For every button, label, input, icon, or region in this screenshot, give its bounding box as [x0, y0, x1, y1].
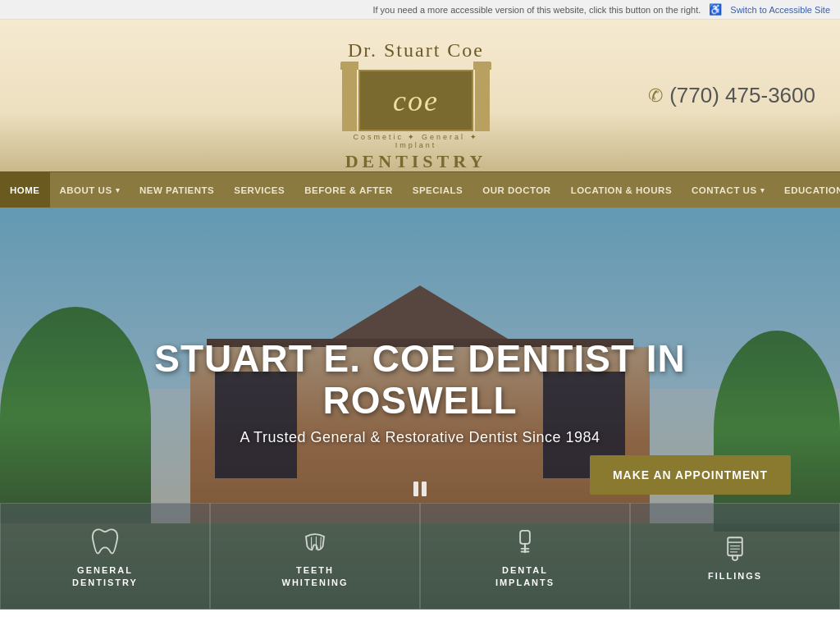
hero-subtitle: A Trusted General & Restorative Dentist … — [84, 429, 756, 446]
pause-bar-left — [413, 482, 418, 496]
service-card-general-dentistry[interactable]: GENERALDENTISTRY — [0, 503, 210, 609]
logo-columns: coe — [338, 62, 494, 131]
hero-content: STUART E. COE DENTIST IN ROSWELL A Trust… — [84, 338, 756, 446]
accessibility-icon: ♿ — [709, 3, 722, 16]
phone-icon: ✆ — [648, 85, 663, 107]
logo-subtitle: Cosmetic ✦ General ✦ Implant — [338, 133, 494, 149]
logo-box: coe — [358, 70, 473, 131]
doctor-name: Dr. Stuart Coe — [348, 39, 484, 62]
teeth-whitening-icon — [297, 523, 333, 559]
services-row: GENERALDENTISTRY TEETHWHITENING DENTALIM… — [0, 503, 840, 609]
logo-emblem: coe Cosmetic ✦ General ✦ Implant DENTIST… — [338, 62, 494, 152]
accessibility-bar: If you need a more accessible version of… — [0, 0, 840, 20]
cta-button-wrapper: MAKE AN APPOINTMENT — [590, 455, 791, 495]
service-card-fillings[interactable]: FILLINGS — [630, 503, 840, 609]
hero-section: STUART E. COE DENTIST IN ROSWELL A Trust… — [0, 208, 840, 609]
svg-line-2 — [321, 536, 322, 548]
left-column — [340, 62, 358, 131]
nav-item-before-after[interactable]: BEFORE & AFTER — [294, 172, 403, 208]
make-appointment-button[interactable]: MAKE AN APPOINTMENT — [590, 455, 791, 495]
phone-number[interactable]: ✆ (770) 475-3600 — [648, 83, 815, 108]
phone-area: ✆ (770) 475-3600 — [549, 83, 815, 108]
chevron-down-icon-contact: ▾ — [760, 186, 765, 194]
accessible-site-label: Switch to Accessible Site — [730, 5, 830, 15]
nav-item-education[interactable]: EDUCATION — [774, 172, 840, 208]
fillings-icon — [717, 529, 753, 565]
logo-coe-text: coe — [393, 84, 439, 118]
phone-digits: (770) 475-3600 — [669, 83, 815, 108]
logo-dentistry: DENTISTRY — [345, 151, 487, 172]
nav-item-about-us[interactable]: ABOUT US ▾ — [50, 172, 130, 208]
service-label-fillings: FILLINGS — [708, 570, 762, 582]
nav-item-contact-us[interactable]: CONTACT US ▾ — [682, 172, 774, 208]
nav-item-new-patients[interactable]: NEW PATIENTS — [130, 172, 224, 208]
right-column — [473, 62, 491, 131]
svg-rect-7 — [728, 538, 742, 556]
site-header: Dr. Stuart Coe coe Cosmetic ✦ General ✦ — [0, 20, 840, 171]
service-card-teeth-whitening[interactable]: TEETHWHITENING — [210, 503, 420, 609]
dental-implants-icon — [507, 523, 543, 559]
main-navigation: HOME ABOUT US ▾ NEW PATIENTS SERVICES BE… — [0, 171, 840, 208]
slideshow-pause-button[interactable] — [410, 479, 430, 499]
service-label-teeth-whitening: TEETHWHITENING — [282, 564, 349, 590]
service-card-dental-implants[interactable]: DENTALIMPLANTS — [420, 503, 630, 609]
chevron-down-icon: ▾ — [116, 186, 121, 194]
nav-item-location-hours[interactable]: LOCATION & HOURS — [561, 172, 682, 208]
hero-title: STUART E. COE DENTIST IN ROSWELL — [84, 338, 756, 421]
nav-item-home[interactable]: HOME — [0, 172, 50, 208]
accessible-site-link[interactable]: Switch to Accessible Site — [730, 5, 830, 15]
service-label-dental-implants: DENTALIMPLANTS — [495, 564, 555, 590]
tooth-icon — [87, 523, 123, 559]
nav-item-our-doctor[interactable]: OUR DOCTOR — [472, 172, 560, 208]
service-label-general-dentistry: GENERALDENTISTRY — [72, 564, 138, 590]
nav-item-services[interactable]: SERVICES — [224, 172, 294, 208]
logo-area: Dr. Stuart Coe coe Cosmetic ✦ General ✦ — [283, 39, 550, 152]
accessibility-info-text: If you need a more accessible version of… — [372, 5, 701, 15]
pause-bar-right — [422, 482, 427, 496]
nav-item-specials[interactable]: SPECIALS — [403, 172, 473, 208]
svg-rect-3 — [520, 530, 530, 543]
